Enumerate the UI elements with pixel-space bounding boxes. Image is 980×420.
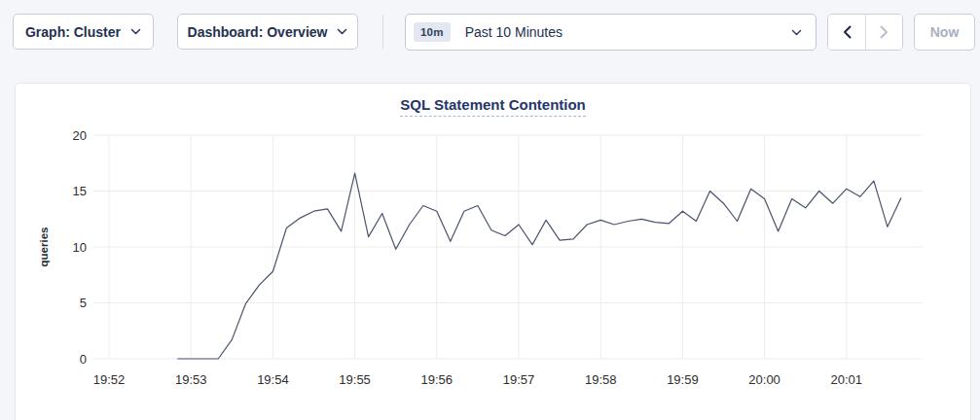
dashboard-selector-label: Dashboard: Overview bbox=[188, 24, 328, 40]
next-time-button[interactable] bbox=[865, 15, 902, 50]
toolbar-divider bbox=[382, 15, 383, 49]
x-tick-label: 19:56 bbox=[421, 372, 454, 387]
chevron-right-icon bbox=[880, 25, 889, 39]
x-tick-label: 20:01 bbox=[831, 372, 863, 387]
now-button[interactable]: Now bbox=[914, 14, 975, 51]
chevron-down-icon bbox=[337, 28, 347, 35]
chevron-down-icon bbox=[791, 29, 802, 36]
chevron-left-icon bbox=[843, 25, 852, 39]
y-tick-label: 20 bbox=[73, 128, 87, 143]
x-tick-label: 19:52 bbox=[93, 372, 126, 387]
series-line bbox=[177, 173, 901, 359]
line-chart[interactable]: 0510152019:5219:5319:5419:5519:5619:5719… bbox=[16, 84, 972, 420]
chart-title[interactable]: SQL Statement Contention bbox=[400, 96, 586, 117]
time-shift-button-group bbox=[827, 14, 903, 51]
time-range-label: Past 10 Minutes bbox=[465, 24, 563, 40]
chart-panel: SQL Statement Contention 0510152019:5219… bbox=[15, 83, 971, 420]
x-tick-label: 20:00 bbox=[748, 372, 780, 387]
toolbar: Graph: Cluster Dashboard: Overview 10m P… bbox=[0, 0, 980, 66]
previous-time-button[interactable] bbox=[828, 15, 865, 50]
y-tick-label: 10 bbox=[73, 240, 87, 255]
y-tick-label: 15 bbox=[73, 184, 87, 198]
x-tick-label: 19:57 bbox=[503, 372, 535, 387]
graph-selector-dropdown[interactable]: Graph: Cluster bbox=[13, 14, 154, 50]
time-range-badge: 10m bbox=[414, 22, 451, 42]
time-range-dropdown[interactable]: 10m Past 10 Minutes bbox=[405, 14, 817, 51]
x-tick-label: 19:58 bbox=[585, 372, 617, 387]
dashboard-selector-dropdown[interactable]: Dashboard: Overview bbox=[177, 14, 358, 50]
y-axis-title: queries bbox=[38, 228, 50, 267]
x-tick-label: 19:54 bbox=[257, 372, 289, 387]
graph-selector-label: Graph: Cluster bbox=[25, 24, 121, 40]
x-tick-label: 19:53 bbox=[175, 372, 207, 387]
x-tick-label: 19:59 bbox=[667, 372, 699, 387]
y-tick-label: 5 bbox=[80, 296, 87, 310]
chevron-down-icon bbox=[130, 28, 141, 35]
y-tick-label: 0 bbox=[80, 352, 87, 367]
x-tick-label: 19:55 bbox=[339, 372, 371, 387]
chart-title-wrap: SQL Statement Contention bbox=[16, 96, 970, 117]
